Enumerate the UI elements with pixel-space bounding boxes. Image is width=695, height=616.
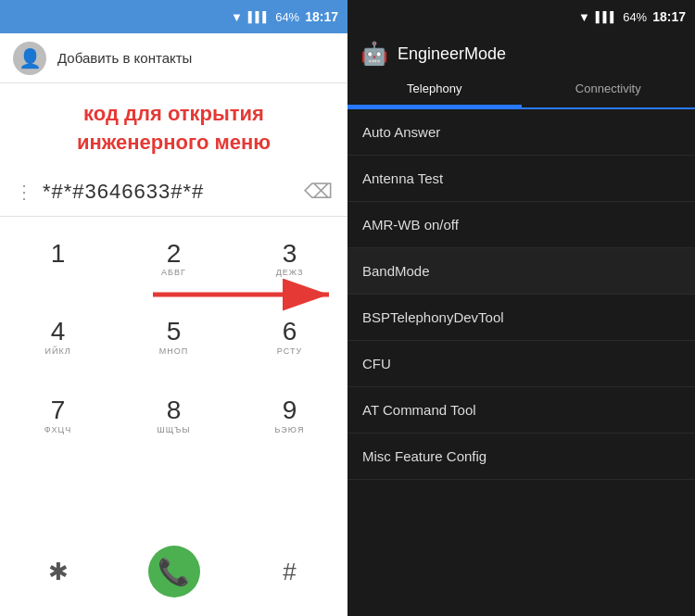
key-7[interactable]: 7ФХЦЧ [0,377,116,456]
dialer-input-row: ⋮ *#*#3646633#*# ⌫ [0,169,348,217]
key-4[interactable]: 4ИЙКЛ [0,298,116,377]
app-title: EngineerMode [398,44,506,64]
engineer-mode-icon: 🤖 [360,41,388,67]
dialer-options-dots: ⋮ [15,181,35,203]
wifi-icon: ▼ [231,10,243,24]
person-icon: 👤 [19,47,42,69]
app-header: 🤖 EngineerMode [348,33,695,67]
time-right: 18:17 [652,9,686,24]
menu-item[interactable]: BandMode [348,248,695,295]
status-bar-right: ▼ ▌▌▌ 64% 18:17 [348,0,695,33]
battery-percent-right: 64% [623,10,647,24]
key-8[interactable]: 8ШЩЪЫ [116,377,232,456]
signal-icon-right: ▌▌▌ [596,11,617,22]
key-1[interactable]: 1 [0,220,116,299]
dialer-number-display: *#*#3646633#*# [43,180,297,204]
menu-item[interactable]: CFU [348,341,695,387]
menu-item[interactable]: Antenna Test [348,156,695,202]
menu-list: Auto AnswerAntenna TestAMR-WB on/offBand… [348,109,695,616]
tab-connectivity[interactable]: Connectivity [522,72,696,107]
menu-item[interactable]: BSPTelephonyDevTool [348,295,695,341]
keypad: 12АБВГ3ДЕЖЗ4ИЙКЛ5МНОП6РСТУ7ФХЦЧ8ШЩЪЫ9ЬЭЮ… [0,217,348,538]
phone-icon: 📞 [158,557,190,587]
arrow-overlay [144,267,348,326]
battery-percent-left: 64% [275,10,299,24]
time-left: 18:17 [305,9,338,24]
status-bar-left: ▼ ▌▌▌ 64% 18:17 [0,0,348,33]
tab-telephony[interactable]: Telephony [348,72,522,107]
tabs-bar: Telephony Connectivity [348,72,695,109]
key-9[interactable]: 9ЬЭЮЯ [232,377,348,456]
call-button[interactable]: 📞 [148,546,200,597]
signal-icon: ▌▌▌ [248,11,270,22]
bottom-row: ✱ 📞 # [0,538,348,616]
right-panel: ▼ ▌▌▌ 64% 18:17 🤖 EngineerMode Telephony… [348,0,695,616]
contact-avatar: 👤 [13,42,46,75]
menu-item[interactable]: Misc Feature Config [348,434,695,480]
dialer-clear-button[interactable]: ⌫ [304,180,333,204]
hash-key[interactable]: # [264,558,316,586]
menu-item[interactable]: Auto Answer [348,109,695,156]
star-key[interactable]: ✱ [32,558,84,586]
wifi-icon-right: ▼ [578,10,590,24]
add-contact-label: Добавить в контакты [57,50,192,66]
code-label: код для открытия инженерного меню [0,83,348,169]
menu-item[interactable]: AT Command Tool [348,387,695,434]
menu-item[interactable]: AMR-WB on/off [348,202,695,248]
add-contact-bar[interactable]: 👤 Добавить в контакты [0,33,348,83]
